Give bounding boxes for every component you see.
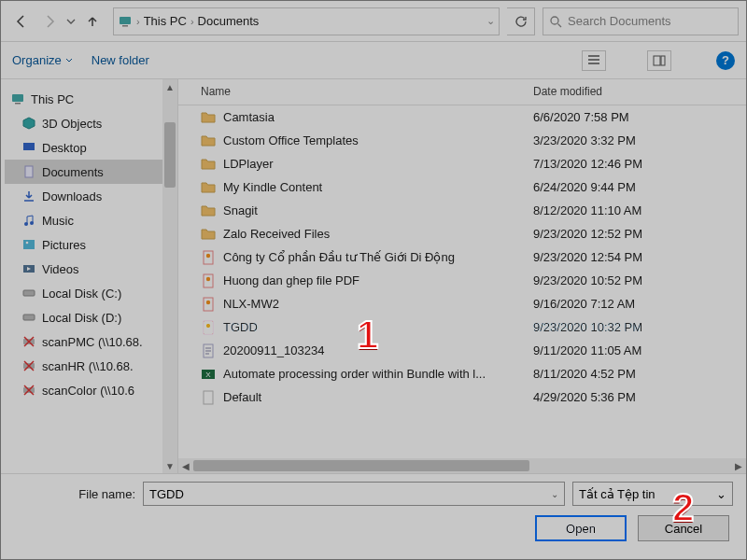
svg-rect-0: [120, 17, 131, 24]
folder-icon: [201, 133, 216, 148]
file-name: Công ty Cổ phần Đầu tư Thế Giới Di Động: [223, 250, 455, 264]
scroll-down-icon[interactable]: ▼: [162, 458, 177, 473]
pc-icon: [118, 14, 133, 29]
file-name: TGDD: [223, 320, 258, 334]
svg-point-12: [26, 242, 29, 245]
filename-label: File name:: [14, 487, 135, 501]
file-name: Automate processing order within Bundle …: [223, 367, 486, 381]
doc2-icon: [201, 250, 216, 265]
download-icon: [22, 189, 35, 203]
tree-scrollbar[interactable]: ▲ ▼: [162, 79, 177, 473]
tree-item-scan-color[interactable]: scanColor (\\10.6: [5, 378, 174, 402]
video-icon: [22, 262, 35, 275]
svg-rect-30: [204, 391, 213, 404]
col-date[interactable]: Date modified: [524, 79, 692, 105]
folder-icon: [201, 157, 216, 172]
col-name[interactable]: Name: [178, 79, 524, 105]
tree-item-3d-objects[interactable]: 3D Objects: [5, 111, 174, 135]
svg-rect-1: [122, 25, 128, 27]
scroll-up-icon[interactable]: ▲: [162, 79, 177, 94]
svg-rect-3: [654, 56, 660, 65]
chevron-down-icon[interactable]: ⌄: [551, 489, 558, 499]
search-icon: [549, 15, 562, 28]
tree-item-documents[interactable]: Documents: [5, 160, 174, 184]
filetype-select[interactable]: Tất cả Tệp tin ⌄: [572, 482, 733, 506]
svg-point-24: [206, 300, 210, 303]
nav-recent-button[interactable]: [64, 8, 78, 35]
chevron-down-icon[interactable]: ⌄: [716, 487, 726, 501]
tree-item-scan-pmc[interactable]: scanPMC (\\10.68.: [5, 329, 174, 354]
tree-item-disk-c[interactable]: Local Disk (C:): [5, 281, 174, 305]
column-headers[interactable]: Name Date modified: [178, 79, 746, 105]
svg-rect-14: [23, 290, 35, 296]
svg-rect-5: [12, 94, 23, 102]
crumb-dropdown-icon[interactable]: ⌄: [486, 15, 495, 27]
tree-item-music[interactable]: Music: [5, 208, 174, 232]
tree-item-downloads[interactable]: Downloads: [5, 184, 174, 208]
doc2-icon: [201, 297, 216, 312]
screen-icon: [22, 141, 35, 154]
nav-back-button[interactable]: [8, 8, 35, 35]
tree-item-pictures[interactable]: Pictures: [5, 232, 174, 257]
svg-point-2: [551, 17, 558, 24]
file-name: 20200911_103234: [223, 343, 324, 357]
file-date: 9/23/2020 10:32 PM: [524, 320, 692, 334]
txt-icon: [201, 343, 216, 358]
svg-rect-8: [25, 166, 33, 177]
folder-icon: [201, 110, 216, 125]
tree-item-scan-hr[interactable]: scanHR (\\10.68.: [5, 354, 174, 378]
doc2-icon: [201, 273, 216, 288]
dialog-footer: File name: TGDD ⌄ Tất cả Tệp tin ⌄ Open …: [1, 473, 746, 559]
preview-pane-button[interactable]: [647, 50, 671, 71]
file-row[interactable]: TGDD9/23/2020 10:32 PM: [178, 315, 746, 339]
tree-root-this-pc[interactable]: This PC: [5, 87, 174, 111]
arrow-up-icon: [85, 14, 100, 29]
help-button[interactable]: ?: [716, 51, 735, 70]
annotation-2: 2: [672, 485, 694, 530]
open-button[interactable]: Open: [535, 515, 627, 541]
file-row[interactable]: XAutomate processing order within Bundle…: [178, 362, 746, 385]
file-row[interactable]: Camtasia6/6/2020 7:58 PM: [178, 105, 746, 129]
nav-up-button[interactable]: [79, 8, 106, 35]
file-row[interactable]: LDPlayer7/13/2020 12:46 PM: [178, 152, 746, 175]
refresh-button[interactable]: [507, 7, 535, 35]
svg-rect-6: [15, 103, 21, 105]
file-row[interactable]: Công ty Cổ phần Đầu tư Thế Giới Di Động9…: [178, 245, 746, 269]
file-row[interactable]: Default4/29/2020 5:36 PM: [178, 385, 746, 409]
file-date: 9/11/2020 11:05 AM: [524, 343, 692, 357]
file-row[interactable]: Zalo Received Files9/23/2020 12:52 PM: [178, 222, 746, 245]
folder-icon: [201, 180, 216, 195]
file-name: Snagit: [223, 203, 258, 217]
file-date: 4/29/2020 5:36 PM: [524, 390, 692, 404]
tree-item-disk-d[interactable]: Local Disk (D:): [5, 305, 174, 329]
list-view-icon: [587, 55, 600, 66]
cube-icon: [22, 117, 35, 130]
tree-item-desktop[interactable]: Desktop: [5, 135, 174, 160]
crumb-documents[interactable]: Documents: [198, 14, 260, 28]
filename-input[interactable]: TGDD ⌄: [143, 482, 565, 506]
scroll-left-icon[interactable]: ◀: [178, 458, 193, 473]
new-folder-button[interactable]: New folder: [92, 53, 149, 67]
file-open-dialog: › This PC › Documents ⌄ Search Documents…: [0, 0, 747, 560]
organize-menu[interactable]: Organize: [12, 53, 73, 67]
search-input[interactable]: Search Documents: [543, 7, 739, 35]
file-row[interactable]: 20200911_1032349/11/2020 11:05 AM: [178, 339, 746, 362]
tree-item-videos[interactable]: Videos: [5, 257, 174, 281]
file-row[interactable]: Custom Office Templates3/23/2020 3:32 PM: [178, 129, 746, 152]
xls-icon: X: [201, 367, 216, 382]
list-hscrollbar[interactable]: ◀ ▶: [178, 458, 746, 473]
file-row[interactable]: Snagit8/12/2020 11:10 AM: [178, 199, 746, 222]
view-mode-button[interactable]: [582, 50, 606, 71]
breadcrumb[interactable]: › This PC › Documents ⌄: [113, 7, 500, 35]
file-date: 6/6/2020 7:58 PM: [524, 110, 692, 124]
file-date: 9/16/2020 7:12 AM: [524, 297, 692, 311]
file-row[interactable]: Huong dan ghep file PDF9/23/2020 10:52 P…: [178, 269, 746, 292]
file-date: 6/24/2020 9:44 PM: [524, 180, 692, 194]
svg-point-9: [24, 222, 28, 226]
scroll-right-icon[interactable]: ▶: [731, 458, 746, 473]
file-row[interactable]: NLX-MW29/16/2020 7:12 AM: [178, 292, 746, 315]
svg-rect-11: [23, 240, 35, 249]
svg-point-26: [206, 323, 210, 327]
file-row[interactable]: My Kindle Content6/24/2020 9:44 PM: [178, 175, 746, 199]
crumb-this-pc[interactable]: This PC: [144, 14, 187, 28]
